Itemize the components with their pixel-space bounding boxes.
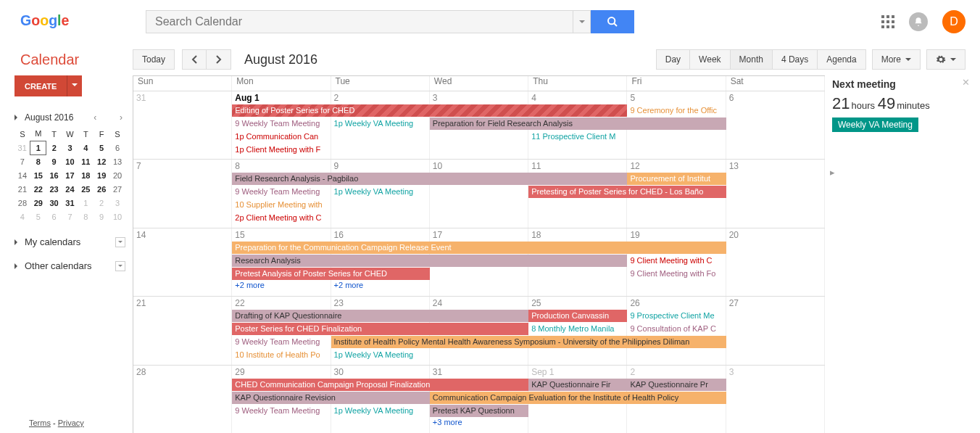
minical-day[interactable]: 10 (109, 210, 125, 223)
minical-day[interactable]: 4 (78, 141, 94, 154)
minical-day[interactable]: 22 (30, 182, 46, 196)
event[interactable]: 1p Communication Can (232, 131, 331, 143)
event[interactable]: 1p Weekly VA Meeting (331, 186, 430, 198)
view-4days[interactable]: 4 Days (773, 49, 818, 70)
minical-day[interactable]: 2 (46, 141, 62, 154)
event[interactable]: Communication Campaign Evaluation for th… (430, 392, 726, 404)
event[interactable]: 8 Monthly Metro Manila (528, 323, 627, 335)
minical-day[interactable]: 3 (109, 196, 125, 210)
minical-day[interactable]: 13 (109, 154, 125, 168)
event[interactable]: KAP Questionnaire Fir (528, 379, 627, 391)
minical-day[interactable]: 1 (30, 141, 46, 154)
event[interactable]: 9 Ceremony for the Offic (627, 104, 726, 117)
minical-day[interactable]: 4 (14, 210, 30, 223)
more-link[interactable]: +2 more (331, 281, 430, 289)
more-button[interactable]: More (872, 49, 921, 70)
event[interactable]: 10 Supplier Meeting with (232, 199, 331, 211)
close-panel-icon[interactable]: ✕ (962, 77, 970, 88)
minical-day[interactable]: 20 (109, 168, 125, 182)
event[interactable]: 2p Client Meeting with C (232, 212, 331, 224)
minical-next[interactable]: › (117, 112, 125, 123)
minical-day[interactable]: 27 (109, 182, 125, 196)
event[interactable]: Production Canvassin (528, 310, 627, 322)
event[interactable]: CHED Communication Campaign Proposal Fin… (232, 379, 528, 391)
next-event[interactable]: Weekly VA Meeting (832, 117, 918, 132)
event[interactable]: Pretesting of Poster Series for CHED - L… (528, 186, 726, 198)
minical-day[interactable]: 17 (62, 168, 78, 182)
minical-day[interactable]: 11 (78, 154, 94, 168)
event[interactable]: 1p Weekly VA Meeting (331, 349, 430, 361)
event[interactable]: Poster Series for CHED Finalization (232, 323, 528, 335)
minical-day[interactable]: 7 (14, 154, 30, 168)
search-input[interactable] (146, 10, 573, 33)
minical-day[interactable]: 6 (109, 141, 125, 154)
minical-day[interactable]: 21 (14, 182, 30, 196)
event[interactable]: 9 Weekly Team Meeting (232, 117, 331, 130)
more-link[interactable]: +3 more (430, 418, 528, 426)
event[interactable]: 9 Client Meeting with C (627, 255, 726, 267)
avatar[interactable]: D (942, 10, 966, 33)
minical-day[interactable]: 19 (94, 168, 109, 182)
next-button[interactable] (207, 49, 231, 70)
minical-day[interactable]: 3 (62, 141, 78, 154)
event[interactable]: Editing of Poster Series for CHED (232, 104, 627, 117)
minical-day[interactable]: 14 (14, 168, 30, 182)
minical-day[interactable]: 8 (30, 154, 46, 168)
google-logo[interactable]: Google (20, 11, 118, 33)
calendar-grid[interactable]: SunMonTueWedThuFriSat 31Aug 123456Editin… (133, 75, 825, 433)
notifications-icon[interactable] (909, 12, 928, 31)
minical-day[interactable]: 8 (78, 210, 94, 223)
minical-day[interactable]: 16 (46, 168, 62, 182)
event[interactable]: Drafting of KAP Questionnaire (232, 310, 528, 322)
event[interactable]: 9 Consultation of KAP C (627, 323, 726, 335)
view-day[interactable]: Day (656, 49, 690, 70)
event[interactable]: 11 Prospective Client M (528, 131, 627, 143)
other-calendars-toggle[interactable]: Other calendars (14, 260, 125, 271)
my-calendars-menu[interactable] (115, 237, 125, 247)
view-agenda[interactable]: Agenda (818, 49, 865, 70)
event[interactable]: 9 Client Meeting with Fo (627, 268, 726, 280)
settings-button[interactable] (926, 49, 966, 70)
minical-day[interactable]: 5 (94, 141, 109, 154)
minical-day[interactable]: 5 (30, 210, 46, 223)
search-dropdown[interactable] (573, 10, 591, 33)
event[interactable]: 9 Prospective Client Me (627, 310, 726, 322)
minical-day[interactable]: 24 (62, 182, 78, 196)
event[interactable]: KAP Questionnaire Revision (232, 392, 430, 404)
minical-day[interactable]: 9 (94, 210, 109, 223)
mini-calendar[interactable]: SMTWTFS 31123456789101112131415161718192… (14, 127, 125, 223)
event[interactable]: 9 Weekly Team Meeting (232, 336, 331, 348)
event[interactable]: 1p Weekly VA Meeting (331, 117, 430, 130)
minical-day[interactable]: 30 (46, 196, 62, 210)
event[interactable]: 9 Weekly Team Meeting (232, 186, 331, 198)
minical-day[interactable]: 29 (30, 196, 46, 210)
view-month[interactable]: Month (731, 49, 773, 70)
terms-link[interactable]: Terms (29, 418, 51, 427)
create-button[interactable]: CREATE (14, 75, 67, 96)
prev-button[interactable] (182, 49, 207, 70)
today-button[interactable]: Today (133, 49, 175, 70)
expand-panel-icon[interactable]: ▸ (830, 167, 835, 178)
search-button[interactable] (591, 10, 634, 33)
apps-icon[interactable] (881, 15, 894, 28)
event[interactable]: 9 Weekly Team Meeting (232, 405, 331, 417)
event[interactable]: 1p Weekly VA Meeting (331, 405, 430, 417)
minical-day[interactable]: 23 (46, 182, 62, 196)
event[interactable]: Preparation for Field Research Analysis (430, 117, 726, 130)
minical-day[interactable]: 28 (14, 196, 30, 210)
more-link[interactable]: +2 more (232, 281, 331, 289)
minical-title[interactable]: August 2016 (25, 112, 73, 123)
event[interactable]: Preparation for the Communication Campai… (232, 242, 726, 254)
minical-day[interactable]: 12 (94, 154, 109, 168)
event[interactable]: Pretest KAP Questionn (430, 405, 528, 417)
minical-day[interactable]: 2 (94, 196, 109, 210)
create-dropdown[interactable] (67, 75, 82, 96)
my-calendars-toggle[interactable]: My calendars (14, 236, 125, 247)
minical-prev[interactable]: ‹ (91, 112, 99, 123)
minical-day[interactable]: 25 (78, 182, 94, 196)
minical-day[interactable]: 31 (14, 141, 30, 154)
event[interactable]: Field Research Analysis - Pagbilao (232, 173, 627, 185)
minical-day[interactable]: 9 (46, 154, 62, 168)
privacy-link[interactable]: Privacy (58, 418, 84, 427)
minical-day[interactable]: 15 (30, 168, 46, 182)
